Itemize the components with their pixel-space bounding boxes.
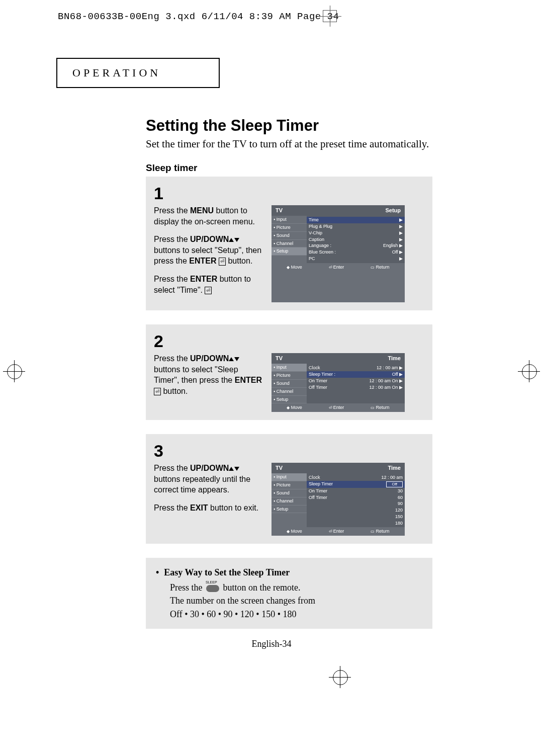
step-number: 1	[154, 184, 424, 203]
step-instructions: Press the MENU button to display the on-…	[154, 205, 264, 302]
down-arrow-icon	[234, 357, 239, 361]
intro-text: Set the timer for the TV to turn off at …	[146, 138, 458, 150]
enter-icon: ⏎	[219, 258, 226, 266]
page-title: Setting the Sleep Timer	[146, 117, 458, 135]
sub-heading: Sleep timer	[146, 162, 458, 174]
tip-line2: The number on the screen changes from	[170, 594, 422, 607]
step-instructions: Press the UP/DOWN buttons repeatedly unt…	[154, 463, 264, 536]
osd-screenshot: TVSetup ▪ Input▪ Picture▪ Sound▪ Channel…	[272, 205, 405, 302]
step-box: 3 Press the UP/DOWN buttons repeatedly u…	[146, 434, 432, 544]
step-instructions: Press the UP/DOWN buttons to select "Sle…	[154, 353, 264, 412]
up-arrow-icon	[229, 238, 234, 242]
enter-icon: ⏎	[154, 388, 161, 396]
up-arrow-icon	[229, 357, 234, 361]
down-arrow-icon	[234, 467, 239, 471]
registration-mark-bottom	[331, 668, 349, 686]
tip-box: •Easy Way to Set the Sleep Timer Press t…	[146, 558, 432, 628]
step-number: 3	[154, 441, 424, 461]
enter-icon: ⏎	[205, 287, 212, 295]
tip-line3: Off • 30 • 60 • 90 • 120 • 150 • 180	[170, 608, 422, 621]
down-arrow-icon	[234, 238, 239, 242]
qxd-header: BN68-00633B-00Eng 3.qxd 6/11/04 8:39 AM …	[58, 11, 339, 22]
step-number: 2	[154, 331, 424, 351]
section-label: OPERATION	[72, 66, 161, 79]
up-arrow-icon	[229, 467, 234, 471]
tip-heading: Easy Way to Set the Sleep Timer	[164, 566, 290, 579]
registration-mark-left	[5, 362, 23, 380]
osd-screenshot: TVTime ▪ Input▪ Picture▪ Sound▪ Channel▪…	[272, 463, 405, 536]
tip-line1b: button on the remote.	[223, 582, 301, 593]
tip-line1a: Press the	[170, 582, 205, 593]
sleep-button-icon	[206, 585, 219, 592]
section-label-box: OPERATION	[56, 58, 220, 88]
crop-mark-top	[323, 10, 337, 22]
step-box: 2 Press the UP/DOWN buttons to select "S…	[146, 324, 432, 420]
osd-screenshot: TVTime ▪ Input▪ Picture▪ Sound▪ Channel▪…	[272, 353, 405, 412]
registration-mark-right	[520, 362, 538, 380]
page-number: English-34	[0, 639, 543, 649]
step-box: 1 Press the MENU button to display the o…	[146, 177, 432, 310]
